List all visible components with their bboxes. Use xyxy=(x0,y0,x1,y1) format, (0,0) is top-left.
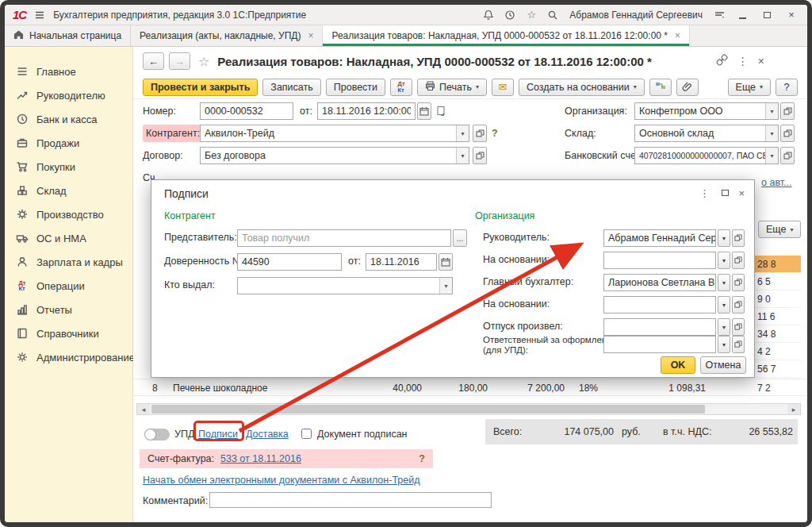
more-menu-icon[interactable]: ⋮ xyxy=(737,55,749,67)
counterparty-combo[interactable]: Аквилон-Трейд▾ xyxy=(200,125,469,142)
director-basis-combo[interactable] xyxy=(603,252,716,269)
help-button[interactable]: ? xyxy=(776,79,798,96)
signatures-link[interactable]: Подписи xyxy=(198,425,238,443)
chevron-down-icon[interactable]: ▾ xyxy=(718,336,730,353)
sidebar-item-purchases[interactable]: Покупки xyxy=(5,155,132,179)
dialog-maximize-icon[interactable] xyxy=(722,187,729,196)
sidebar-item-main[interactable]: Главное xyxy=(5,60,132,83)
tab-realization-document[interactable]: Реализация товаров: Накладная, УПД 0000-… xyxy=(323,25,690,46)
open-value-icon[interactable] xyxy=(732,229,745,247)
open-value-icon[interactable] xyxy=(732,336,745,353)
sidebar-item-reports[interactable]: Отчеты xyxy=(5,298,132,321)
sidebar-item-production[interactable]: Производство xyxy=(5,202,132,226)
delivery-link[interactable]: Доставка xyxy=(246,425,289,443)
open-organization-icon[interactable] xyxy=(780,102,795,120)
close-document-icon[interactable]: × xyxy=(758,55,764,67)
upd-toggle[interactable] xyxy=(144,429,170,440)
chevron-down-icon[interactable]: ▾ xyxy=(718,274,730,291)
minimize-icon[interactable] xyxy=(734,9,750,21)
chevron-down-icon[interactable]: ▾ xyxy=(456,148,469,163)
invoice-link[interactable]: 533 от 18.11.2016 xyxy=(220,453,301,464)
open-value-icon[interactable] xyxy=(732,252,745,269)
more-button[interactable]: Еще▾ xyxy=(728,79,771,96)
create-based-on-button[interactable]: Создать на основании▾ xyxy=(519,79,645,96)
accountant-basis-combo[interactable] xyxy=(603,296,716,314)
responsible-combo[interactable] xyxy=(603,336,716,353)
search-icon[interactable] xyxy=(546,9,559,21)
document-signed-checkbox[interactable] xyxy=(301,429,312,439)
table-row[interactable]: 9 0 xyxy=(753,290,801,308)
ok-button[interactable]: OK xyxy=(661,356,695,374)
scroll-right-icon[interactable]: ▸ xyxy=(787,404,800,414)
issued-by-combo[interactable]: ▾ xyxy=(237,277,453,294)
table-row[interactable]: 4 2 xyxy=(753,343,801,360)
attachments-button[interactable] xyxy=(676,79,699,96)
main-menu-icon[interactable] xyxy=(33,9,46,21)
number-input[interactable] xyxy=(200,102,293,120)
table-row[interactable]: 11 6 xyxy=(753,308,801,325)
document-structure-icon[interactable] xyxy=(435,102,449,120)
favorites-star-icon[interactable]: ☆ xyxy=(525,9,538,21)
sidebar-item-warehouse[interactable]: Склад xyxy=(5,179,132,202)
open-contract-icon[interactable] xyxy=(473,147,487,164)
tab-close-icon[interactable]: × xyxy=(675,30,680,41)
table-row[interactable]: 34 8 xyxy=(753,325,801,343)
sidebar-item-bank-cash[interactable]: Банк и касса xyxy=(5,107,132,131)
chevron-down-icon[interactable]: ▾ xyxy=(439,278,452,294)
poa-date-input[interactable] xyxy=(366,253,437,271)
calendar-icon[interactable] xyxy=(439,253,453,271)
poa-number-input[interactable] xyxy=(237,253,342,271)
sidebar-item-administration[interactable]: Администрирование xyxy=(5,345,132,369)
maximize-icon[interactable] xyxy=(759,9,775,21)
tab-close-icon[interactable]: × xyxy=(308,30,313,41)
tab-realization-list[interactable]: Реализация (акты, накладные, УПД) × xyxy=(131,25,323,46)
cancel-button[interactable]: Отмена xyxy=(700,356,746,374)
notifications-bell-icon[interactable] xyxy=(482,9,495,21)
save-button[interactable]: Записать xyxy=(262,79,320,96)
service-menu-icon[interactable] xyxy=(713,9,726,21)
open-value-icon[interactable] xyxy=(732,296,745,314)
sidebar-item-fixed-assets[interactable]: ОС и НМА xyxy=(5,226,132,250)
choose-button[interactable]: ... xyxy=(453,229,467,247)
scroll-left-icon[interactable]: ◂ xyxy=(137,404,150,414)
chevron-down-icon[interactable]: ▾ xyxy=(765,125,778,141)
current-user[interactable]: Абрамов Геннадий Сергеевич xyxy=(569,10,703,21)
sidebar-item-salary-hr[interactable]: Зарплата и кадры xyxy=(5,250,132,274)
date-input[interactable] xyxy=(317,102,416,120)
representative-input[interactable] xyxy=(237,229,451,247)
dialog-more-icon[interactable]: ⋮ xyxy=(699,187,710,199)
dtkt-postings-button[interactable]: ДтКт xyxy=(390,79,412,96)
chevron-down-icon[interactable]: ▾ xyxy=(718,252,730,269)
sidebar-item-sales[interactable]: Продажи xyxy=(5,131,132,155)
tab-home[interactable]: Начальная страница xyxy=(5,25,131,46)
related-documents-button[interactable] xyxy=(649,79,672,96)
sidebar-item-operations[interactable]: ДтКтОперации xyxy=(5,274,132,298)
close-window-icon[interactable]: × xyxy=(783,9,799,21)
bank-account-combo[interactable]: 40702810000000000007, ПАО СБЕРБАНК▾ xyxy=(634,147,779,164)
table-row[interactable]: 8 Печенье шоколадное 40,000 180,00 7 200… xyxy=(133,379,807,396)
director-combo[interactable]: Абрамов Геннадий Сергее xyxy=(603,229,716,247)
edo-exchange-link[interactable]: Начать обмен электронными документами с … xyxy=(143,471,420,489)
table-row[interactable]: 28 8 xyxy=(753,256,801,273)
counterparty-help[interactable]: ? xyxy=(492,125,498,142)
back-button[interactable]: ← xyxy=(143,52,164,70)
horizontal-scrollbar[interactable]: ◂ ▸ xyxy=(136,403,801,415)
chevron-down-icon[interactable]: ▾ xyxy=(456,125,469,141)
favorite-star-icon[interactable]: ☆ xyxy=(198,54,209,69)
chevron-down-icon[interactable]: ▾ xyxy=(718,296,730,314)
chief-accountant-combo[interactable]: Ларионова Светлана Викт xyxy=(603,274,716,291)
settlements-link-clipped[interactable]: о авт... xyxy=(761,174,792,191)
chevron-down-icon[interactable]: ▾ xyxy=(718,229,730,247)
dialog-close-icon[interactable]: × xyxy=(738,187,745,199)
comment-input[interactable] xyxy=(209,492,492,508)
chevron-down-icon[interactable]: ▾ xyxy=(765,103,778,119)
get-link-icon[interactable] xyxy=(716,54,728,68)
released-by-combo[interactable] xyxy=(603,318,716,336)
invoice-help[interactable]: ? xyxy=(419,453,425,464)
send-email-button[interactable]: ✉ xyxy=(492,79,514,96)
sidebar-item-references[interactable]: Справочники xyxy=(5,321,132,345)
forward-button[interactable]: → xyxy=(169,52,190,70)
open-warehouse-icon[interactable] xyxy=(780,125,795,142)
sidebar-item-manager[interactable]: Руководителю xyxy=(5,83,132,107)
chevron-down-icon[interactable]: ▾ xyxy=(718,318,730,336)
